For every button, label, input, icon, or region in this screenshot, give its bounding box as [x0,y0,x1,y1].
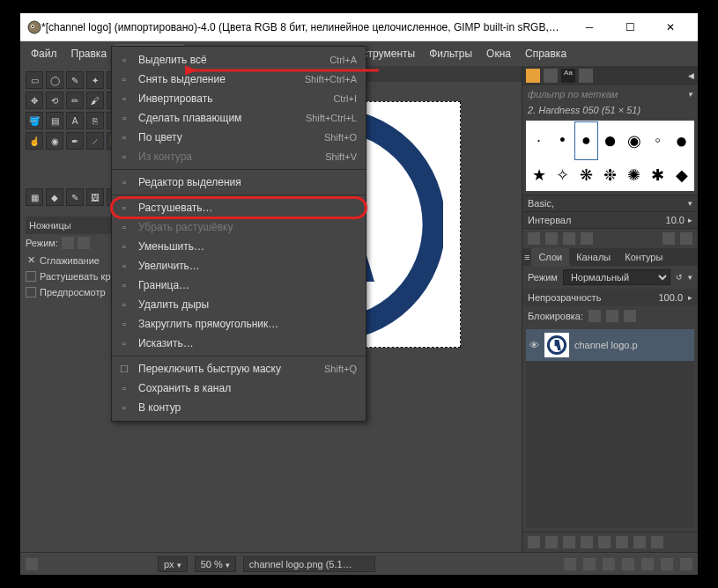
smoothing-check[interactable]: Сглаживание [40,255,100,266]
chevron-down-icon[interactable]: ▾ [688,90,692,99]
new-layer-icon[interactable] [528,536,540,548]
feather-check[interactable]: Растушевать кр [40,271,111,282]
tool-clone[interactable]: ⎘ [86,112,104,129]
menu-item-инвертировать[interactable]: ▫ИнвертироватьCtrl+I [112,89,366,108]
unit-select[interactable]: px ▾ [158,556,188,572]
maximize-button[interactable]: ☐ [610,14,650,40]
brush-item[interactable]: ◆ [670,161,692,190]
menu-item-закруглить-прямоугольник-[interactable]: ▫Закруглить прямоугольник… [112,314,366,334]
tab-icon[interactable] [579,69,593,83]
tool-move[interactable]: ✥ [26,92,43,109]
menu-item-уменьшить-[interactable]: ▫Уменьшить… [112,237,366,256]
mode-icon[interactable] [78,237,90,249]
status-icon[interactable] [603,558,615,570]
tab-icon[interactable] [544,69,558,83]
delete-icon[interactable] [581,232,593,245]
duplicate-layer-icon[interactable] [598,536,611,548]
tool-dropper[interactable]: ⟋ [86,132,104,150]
panel-menu-icon[interactable]: ◀ [688,71,694,80]
mask-icon[interactable] [633,536,646,548]
brush-item[interactable]: ✱ [647,161,669,190]
delete-layer-icon[interactable] [651,536,663,548]
menu-item-граница-[interactable]: ▫Граница… [112,276,366,295]
blend-mode-select[interactable]: Нормальный [563,269,670,285]
menu-item-снять-выделение[interactable]: ▫Снять выделениеShift+Ctrl+A [112,70,366,89]
menu-item-удалить-дыры[interactable]: ▫Удалить дыры [112,295,366,314]
brush-filter-input[interactable]: фильтр по меткам [528,89,688,99]
tool-text[interactable]: A [66,112,84,129]
menu-edit[interactable]: Правка [64,44,115,63]
lower-layer-icon[interactable] [581,536,593,548]
merge-down-icon[interactable] [616,536,628,548]
status-icon[interactable] [680,558,692,570]
menu-file[interactable]: Файл [24,44,64,63]
chevron-down-icon[interactable]: ▾ [688,273,692,282]
menu-item-переключить-быструю-маску[interactable]: ☐Переключить быструю маскуShift+Q [112,359,366,379]
brush-item[interactable]: ❋ [575,161,597,190]
status-icon[interactable] [564,558,576,570]
tool-rotate[interactable]: ⟲ [46,92,63,109]
menu-filters[interactable]: Фильтры [422,44,479,63]
tab-icon[interactable]: ◆ [46,188,63,206]
status-icon[interactable] [641,558,654,570]
tab-icon[interactable]: ✎ [66,188,84,206]
tool-brush[interactable]: 🖌 [86,92,104,109]
mode-icon[interactable] [62,237,74,249]
brush-item[interactable]: ✧ [551,161,574,190]
raise-layer-icon[interactable] [563,536,575,548]
tab-icon[interactable]: Aa [561,69,575,83]
brush-item[interactable]: ❉ [599,161,621,190]
tool-ink[interactable]: ✒ [66,132,84,150]
tool-gradient[interactable]: ▤ [46,112,63,129]
tool-ellipse-select[interactable]: ◯ [46,71,63,89]
stepper-icon[interactable]: ▸ [688,293,692,302]
brush-item[interactable]: ● [575,122,597,159]
close-button[interactable]: ✕ [650,14,691,40]
visibility-icon[interactable]: 👁 [529,340,539,350]
checkbox[interactable] [26,287,36,298]
refresh-icon[interactable] [662,232,675,245]
tool-smudge[interactable]: ☝ [26,132,43,150]
menu-help[interactable]: Справка [518,44,574,63]
menu-item-редактор-выделения[interactable]: ▫Редактор выделения [112,173,366,192]
reset-icon[interactable]: ↺ [676,273,683,282]
brush-item[interactable]: ● [670,122,692,159]
layer-name[interactable]: channel logo.p [574,340,638,350]
tool-pencil[interactable]: ✏ [66,92,84,109]
tab-paths[interactable]: Контуры [618,248,670,266]
brush-item[interactable]: ✺ [623,161,645,190]
menu-item-сохранить-в-канал[interactable]: ▫Сохранить в канал [112,379,366,398]
brush-item[interactable]: • [551,122,574,159]
tool-free-select[interactable]: ✎ [66,71,84,89]
menu-icon[interactable] [680,232,692,245]
status-icon[interactable] [622,558,634,570]
menu-item-сделать-плавающим[interactable]: ▫Сделать плавающимShift+Ctrl+L [112,108,366,128]
tool-fuzzy-select[interactable]: ✦ [86,71,104,89]
status-icon[interactable] [583,558,596,570]
layer-item[interactable]: 👁 channel logo.p [526,329,694,361]
menu-item-исказить-[interactable]: ▫Исказить… [112,334,366,353]
tool-rect-select[interactable]: ▭ [26,71,43,89]
menu-item-по-цвету[interactable]: ▫По цветуShift+O [112,128,366,147]
preview-check[interactable]: Предпросмотр [40,287,106,298]
minimize-button[interactable]: ─ [569,14,610,40]
duplicate-icon[interactable] [563,232,575,245]
menu-item-увеличить-[interactable]: ▫Увеличить… [112,256,366,276]
chevron-down-icon[interactable]: ▾ [688,199,692,208]
interval-value[interactable]: 10.0 [666,215,685,225]
close-x-icon[interactable]: ✕ [26,254,36,266]
brush-item[interactable]: ◦ [647,122,669,159]
tab-icon[interactable] [526,69,540,83]
tab-icon[interactable]: ▦ [26,188,43,206]
tool-blur[interactable]: ◉ [46,132,63,150]
edit-icon[interactable] [528,232,540,245]
zoom-select[interactable]: 50 % ▾ [195,556,236,572]
menu-windows[interactable]: Окна [479,44,518,63]
tab-layers[interactable]: Слои [531,248,569,266]
lock-pixels-icon[interactable] [588,310,601,322]
tab-channels[interactable]: Каналы [569,248,618,266]
lock-alpha-icon[interactable] [624,310,636,322]
brush-item[interactable]: · [528,122,550,159]
menu-item-растушевать-[interactable]: ▫Растушевать… [112,198,366,217]
brush-preset-select[interactable]: Basic, [528,198,685,209]
